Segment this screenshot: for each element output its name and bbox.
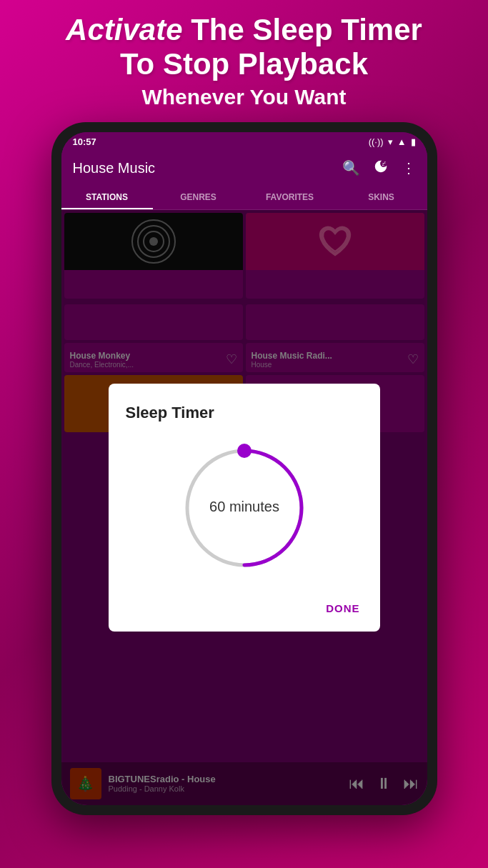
tab-genres[interactable]: GENRES xyxy=(153,185,244,209)
timer-circle-svg[interactable]: 60 minutes xyxy=(173,437,316,579)
sleep-timer-icon[interactable]: z z xyxy=(373,159,389,178)
dialog-title: Sleep Timer xyxy=(126,404,214,422)
promo-activate: Activate xyxy=(66,13,182,46)
phone-device: 10:57 ((·)) ▾ ▲ ▮ House Music 🔍 z z xyxy=(51,122,437,815)
wifi-icon: ▾ xyxy=(388,136,393,147)
promo-stop-playback: Stop Playback xyxy=(163,47,368,81)
battery-icon: ▮ xyxy=(411,136,416,147)
app-header: House Music 🔍 z z ⋮ xyxy=(61,151,427,185)
status-time: 10:57 xyxy=(73,136,96,147)
timer-minutes-text: 60 minutes xyxy=(209,499,279,514)
search-icon[interactable]: 🔍 xyxy=(342,159,360,176)
dialog-actions: DONE xyxy=(126,591,363,620)
phone-screen: 10:57 ((·)) ▾ ▲ ▮ House Music 🔍 z z xyxy=(61,132,427,805)
svg-text:z: z xyxy=(384,161,386,164)
tab-favorites[interactable]: FAVORITES xyxy=(244,185,336,209)
radio-icon: ((·)) xyxy=(369,136,384,147)
promo-title: Activate The Sleep Timer To Stop Playbac… xyxy=(29,13,459,82)
done-button[interactable]: DONE xyxy=(323,597,362,620)
content-area: House Monkey Dance, Electronic,... ♡ Hou… xyxy=(61,210,427,805)
svg-point-11 xyxy=(237,444,252,458)
promo-the-sleep-timer: The Sleep Timer xyxy=(191,13,422,46)
promo-header: Activate The Sleep Timer To Stop Playbac… xyxy=(0,0,488,116)
header-actions: 🔍 z z ⋮ xyxy=(342,159,416,178)
sleep-timer-overlay: Sleep Timer 60 minutes xyxy=(61,210,427,805)
status-icons: ((·)) ▾ ▲ ▮ xyxy=(369,136,416,147)
sleep-timer-dialog: Sleep Timer 60 minutes xyxy=(109,384,380,632)
promo-to: To xyxy=(120,47,163,81)
tabs-bar: STATIONS GENRES FAVORITES SKINS xyxy=(61,185,427,210)
more-menu-icon[interactable]: ⋮ xyxy=(402,159,416,176)
tab-skins[interactable]: SKINS xyxy=(336,185,427,209)
promo-subtitle: Whenever You Want xyxy=(29,85,459,109)
status-bar: 10:57 ((·)) ▾ ▲ ▮ xyxy=(61,132,427,151)
timer-circle-container[interactable]: 60 minutes xyxy=(126,437,363,579)
tab-stations[interactable]: STATIONS xyxy=(61,185,153,209)
signal-icon: ▲ xyxy=(397,136,407,147)
app-title: House Music xyxy=(73,160,156,176)
